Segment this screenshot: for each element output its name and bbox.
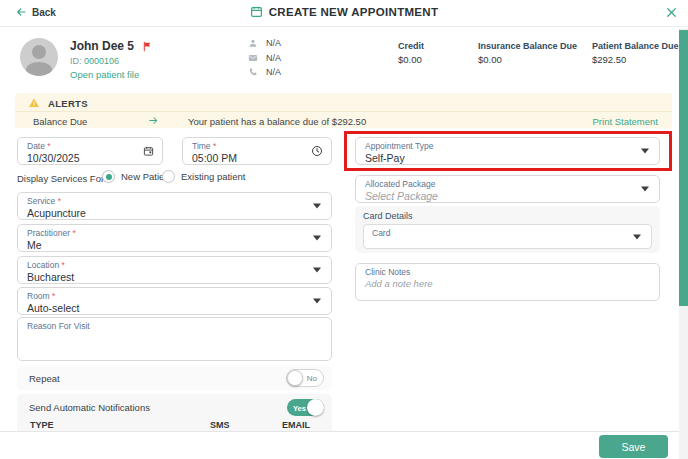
repeat-state: No: [307, 374, 317, 383]
insurance-balance-value: $0.00: [478, 54, 577, 65]
title-bar: CREATE NEW APPOINTMENT: [0, 5, 688, 18]
appointment-type-field[interactable]: Appointment Type Self-Pay: [355, 137, 660, 165]
chevron-down-icon: [633, 234, 641, 239]
contact-phone-row: N/A: [248, 67, 281, 77]
column-header-type: TYPE: [30, 420, 54, 430]
column-header-email: EMAIL: [282, 420, 310, 430]
practitioner-label: Practitioner: [27, 228, 70, 238]
radio-existing-patient[interactable]: Existing patient: [162, 170, 245, 183]
patient-name-row: John Dee 5: [70, 39, 153, 53]
appointment-type-value: Self-Pay: [365, 152, 650, 166]
alerts-panel: ALERTS Balance Due Your patient has a ba…: [15, 93, 672, 128]
radio-unselected-icon[interactable]: [162, 170, 175, 183]
date-field[interactable]: Date * 10/30/2025: [17, 137, 163, 165]
patient-balance-block: Patient Balance Due $292.50: [592, 41, 679, 65]
calendar-icon: [250, 5, 263, 18]
flag-icon: [142, 41, 153, 52]
reason-for-visit-field[interactable]: Reason For Visit: [17, 317, 332, 361]
chevron-down-icon: [641, 149, 649, 154]
room-label: Room: [27, 291, 50, 301]
required-marker: *: [72, 228, 75, 238]
card-select-field[interactable]: Card: [363, 224, 652, 249]
print-statement-link[interactable]: Print Statement: [593, 116, 658, 127]
scrollbar-thumb[interactable]: [679, 30, 688, 306]
chevron-down-icon: [313, 236, 321, 241]
location-label: Location: [27, 260, 59, 270]
notifications-label: Send Automatic Notifications: [29, 402, 150, 413]
save-button[interactable]: Save: [599, 435, 668, 458]
column-header-sms: SMS: [210, 420, 230, 430]
repeat-toggle[interactable]: No: [286, 369, 324, 387]
insurance-balance-label: Insurance Balance Due: [478, 41, 577, 51]
modal-header: Back CREATE NEW APPOINTMENT: [0, 0, 688, 27]
clinic-notes-field[interactable]: Clinic Notes Add a note here: [355, 263, 660, 301]
required-marker: *: [213, 141, 216, 151]
patient-balance-label: Patient Balance Due: [592, 41, 679, 51]
contact-name-value: N/A: [266, 38, 281, 48]
required-marker: *: [47, 141, 50, 151]
appointment-type-label: Appointment Type: [365, 141, 650, 152]
patient-id: ID: 0000106: [70, 56, 119, 66]
warning-icon: [28, 97, 40, 109]
location-field[interactable]: Location * Bucharest: [17, 256, 332, 284]
alert-item-label: Balance Due: [33, 116, 87, 127]
notifications-toggle[interactable]: Yes: [287, 399, 324, 416]
open-patient-file-link[interactable]: Open patient file: [70, 69, 139, 80]
required-marker: *: [58, 196, 61, 206]
patient-id-label: ID:: [70, 56, 82, 66]
alerts-divider: [15, 111, 672, 112]
contact-email-value: N/A: [266, 53, 281, 63]
practitioner-value: Me: [27, 239, 322, 253]
clinic-notes-placeholder: Add a note here: [365, 278, 650, 290]
chevron-down-icon: [641, 187, 649, 192]
repeat-row: Repeat No: [17, 366, 332, 390]
patient-avatar: [20, 38, 58, 76]
notifications-state: Yes: [293, 404, 306, 413]
arrow-right-icon: [148, 115, 159, 126]
phone-icon: [248, 67, 258, 77]
patient-name: John Dee 5: [70, 39, 134, 53]
alert-message: Your patient has a balance due of $292.5…: [188, 116, 366, 127]
toggle-knob: [307, 399, 324, 416]
card-details-label: Card Details: [363, 211, 413, 221]
clock-icon[interactable]: [311, 145, 323, 157]
time-field[interactable]: Time * 05:00 PM: [182, 137, 332, 165]
service-value: Acupuncture: [27, 207, 322, 221]
credit-value: $0.00: [398, 54, 424, 65]
modal-footer: Save: [0, 431, 679, 459]
required-marker: *: [62, 260, 65, 270]
practitioner-field[interactable]: Practitioner * Me: [17, 224, 332, 252]
notifications-panel: Send Automatic Notifications Yes TYPE SM…: [17, 394, 332, 431]
room-field[interactable]: Room * Auto-select: [17, 287, 332, 315]
service-field[interactable]: Service * Acupuncture: [17, 192, 332, 220]
room-value: Auto-select: [27, 302, 322, 316]
credit-block: Credit $0.00: [398, 41, 424, 65]
card-details-panel: Card Details Card: [355, 206, 660, 253]
contact-phone-value: N/A: [266, 67, 281, 77]
allocated-package-placeholder: Select Package: [365, 190, 650, 204]
required-marker: *: [52, 291, 55, 301]
allocated-package-field[interactable]: Allocated Package Select Package: [355, 175, 660, 203]
chevron-down-icon: [313, 299, 321, 304]
date-value: 10/30/2025: [27, 152, 153, 166]
service-label: Service: [27, 196, 55, 206]
patient-id-value: 0000106: [84, 56, 119, 66]
date-label: Date: [27, 141, 45, 151]
patient-contact-block: N/A N/A N/A: [248, 38, 281, 77]
radio-selected-icon[interactable]: [102, 170, 115, 183]
contact-email-row: N/A: [248, 53, 281, 63]
radio-existing-patient-label: Existing patient: [181, 171, 245, 182]
chevron-down-icon: [313, 204, 321, 209]
calendar-picker-icon[interactable]: [143, 146, 154, 157]
contact-name-row: N/A: [248, 38, 281, 48]
chevron-down-icon: [313, 268, 321, 273]
time-value: 05:00 PM: [192, 152, 322, 166]
close-icon[interactable]: [665, 6, 678, 19]
alerts-title: ALERTS: [48, 98, 88, 109]
envelope-icon: [248, 53, 258, 63]
toggle-knob: [287, 370, 303, 386]
display-services-label: Display Services For:: [17, 173, 107, 184]
clinic-notes-label: Clinic Notes: [365, 267, 650, 278]
allocated-package-label: Allocated Package: [365, 179, 650, 190]
credit-label: Credit: [398, 41, 424, 51]
